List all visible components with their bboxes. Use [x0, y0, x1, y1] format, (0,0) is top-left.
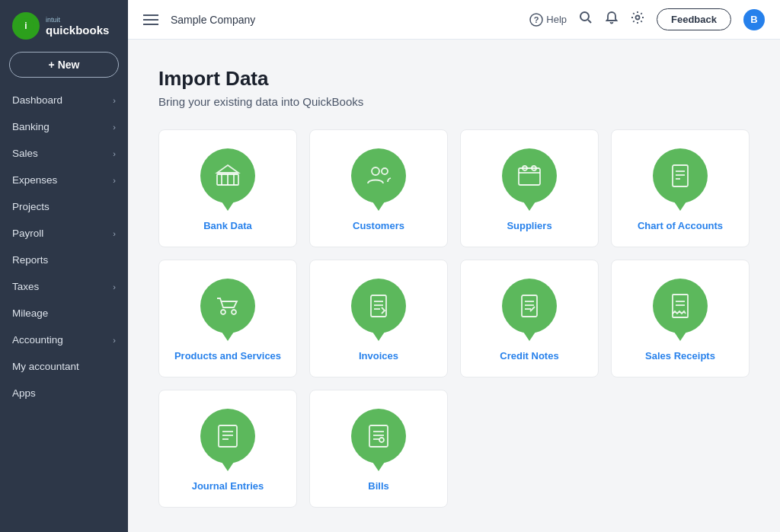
sidebar-item-label: Accounting: [12, 334, 63, 346]
svg-rect-17: [673, 165, 688, 186]
card-label-invoices: Invoices: [359, 350, 398, 362]
avatar[interactable]: B: [743, 9, 765, 30]
header-actions: ? Help F: [529, 8, 765, 30]
svg-text:i: i: [24, 21, 27, 31]
logo-intuit-label: intuit: [46, 16, 109, 24]
qb-logo-icon: i: [12, 12, 40, 40]
sidebar-item-reports[interactable]: Reports: [0, 247, 128, 273]
import-card-bills[interactable]: Bills: [309, 390, 448, 508]
sidebar-item-label: Apps: [12, 387, 36, 399]
sidebar-item-accounting[interactable]: Accounting›: [0, 327, 128, 353]
sidebar-item-label: Dashboard: [12, 94, 62, 106]
import-card-accounts[interactable]: Chart of Accounts: [611, 129, 750, 247]
sidebar-item-mileage[interactable]: Mileage: [0, 300, 128, 327]
logo-area: i intuit quickbooks: [0, 0, 128, 49]
sidebar-item-projects[interactable]: Projects: [0, 193, 128, 220]
hamburger-icon[interactable]: [143, 14, 158, 25]
sidebar-item-label: Projects: [12, 201, 50, 212]
card-label-bills: Bills: [368, 480, 388, 492]
import-cards-grid: Bank DataCustomersSuppliersChart of Acco…: [158, 129, 750, 508]
import-card-receipts[interactable]: Sales Receipts: [611, 260, 750, 377]
journal-balloon: [200, 409, 255, 464]
page-title: Import Data: [158, 67, 750, 91]
svg-rect-23: [371, 295, 386, 317]
sidebar-item-label: Mileage: [12, 307, 48, 319]
sidebar-item-apps[interactable]: Apps: [0, 380, 128, 406]
svg-point-43: [379, 438, 384, 442]
card-label-bank: Bank Data: [203, 220, 252, 231]
svg-text:?: ?: [534, 15, 539, 24]
sidebar-item-my-accountant[interactable]: My accountant: [0, 353, 128, 380]
import-card-journal[interactable]: Journal Entries: [158, 390, 297, 508]
suppliers-icon-wrap: [502, 148, 557, 209]
svg-rect-27: [522, 295, 537, 317]
sidebar-item-dashboard[interactable]: Dashboard›: [0, 87, 128, 113]
import-card-suppliers[interactable]: Suppliers: [460, 129, 599, 247]
sidebar-item-label: My accountant: [12, 361, 79, 372]
import-card-creditnotes[interactable]: Credit Notes: [460, 260, 599, 377]
sidebar-item-label: Reports: [12, 254, 48, 266]
card-label-customers: Customers: [353, 220, 404, 231]
sidebar-item-label: Banking: [12, 121, 50, 132]
invoices-icon-wrap: [351, 279, 406, 339]
import-card-bank[interactable]: Bank Data: [158, 129, 297, 247]
sidebar-nav: Dashboard›Banking›Sales›Expenses›Project…: [0, 87, 128, 532]
bills-balloon: [351, 409, 406, 464]
svg-rect-32: [673, 295, 688, 317]
sidebar: i intuit quickbooks + New Dashboard›Bank…: [0, 0, 128, 532]
main-content: Import Data Bring your existing data int…: [128, 40, 780, 532]
card-label-receipts: Sales Receipts: [645, 350, 715, 362]
svg-point-13: [382, 168, 388, 174]
card-label-creditnotes: Credit Notes: [500, 350, 558, 362]
svg-point-21: [221, 310, 225, 314]
card-label-accounts: Chart of Accounts: [638, 220, 723, 231]
svg-marker-8: [217, 165, 238, 173]
chevron-right-icon: ›: [113, 149, 116, 158]
accounts-icon-wrap: [653, 148, 708, 209]
sidebar-item-label: Payroll: [12, 228, 43, 239]
products-icon-wrap: [200, 279, 255, 339]
import-card-customers[interactable]: Customers: [309, 129, 448, 247]
sidebar-item-banking[interactable]: Banking›: [0, 113, 128, 140]
receipts-balloon: [653, 279, 708, 333]
logo-qb-label: quickbooks: [46, 24, 109, 37]
search-icon[interactable]: [579, 11, 593, 28]
new-button[interactable]: + New: [9, 52, 119, 78]
page-subtitle: Bring your existing data into QuickBooks: [158, 95, 750, 108]
help-icon[interactable]: ? Help: [529, 13, 567, 27]
card-label-products: Products and Services: [174, 350, 281, 362]
bills-icon-wrap: [351, 409, 406, 470]
svg-rect-14: [519, 168, 540, 185]
sidebar-item-sales[interactable]: Sales›: [0, 140, 128, 167]
svg-rect-35: [219, 425, 237, 447]
svg-line-5: [588, 20, 591, 23]
settings-icon[interactable]: [631, 11, 644, 28]
customers-icon-wrap: [351, 148, 406, 209]
sidebar-item-label: Taxes: [12, 281, 39, 292]
svg-rect-39: [369, 425, 388, 447]
chevron-right-icon: ›: [113, 336, 116, 345]
chevron-right-icon: ›: [113, 96, 116, 105]
accounts-balloon: [653, 148, 708, 203]
creditnotes-icon-wrap: [502, 279, 557, 339]
sidebar-item-expenses[interactable]: Expenses›: [0, 167, 128, 193]
creditnotes-balloon: [502, 279, 557, 333]
chevron-right-icon: ›: [113, 176, 116, 185]
sidebar-item-taxes[interactable]: Taxes›: [0, 273, 128, 300]
notifications-icon[interactable]: [605, 11, 619, 28]
customers-balloon: [351, 148, 406, 203]
bank-balloon: [200, 148, 255, 203]
journal-icon-wrap: [200, 409, 255, 470]
receipts-icon-wrap: [653, 279, 708, 339]
svg-point-12: [372, 167, 379, 175]
chevron-right-icon: ›: [113, 123, 116, 132]
sidebar-item-payroll[interactable]: Payroll›: [0, 220, 128, 247]
import-card-products[interactable]: Products and Services: [158, 260, 297, 377]
bank-icon-wrap: [200, 148, 255, 209]
chevron-right-icon: ›: [113, 229, 116, 238]
import-card-invoices[interactable]: Invoices: [309, 260, 448, 377]
feedback-button[interactable]: Feedback: [657, 8, 731, 30]
svg-point-22: [232, 310, 236, 314]
chevron-right-icon: ›: [113, 282, 116, 291]
company-name: Sample Company: [171, 14, 255, 26]
